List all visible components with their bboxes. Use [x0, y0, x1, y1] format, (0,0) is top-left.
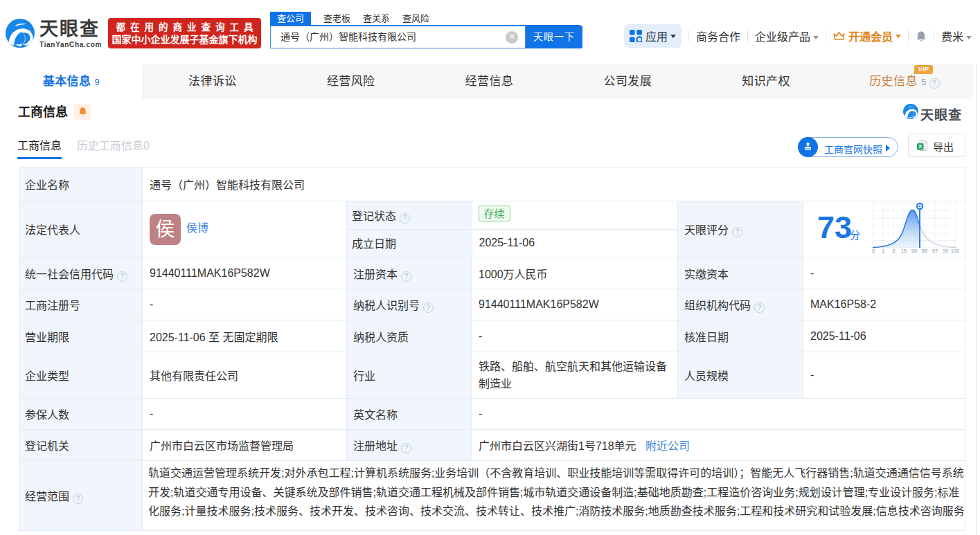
- svg-text:1: 1: [882, 248, 884, 254]
- svg-text:0: 0: [872, 248, 875, 254]
- svg-text:X: X: [918, 143, 923, 149]
- svg-text:15: 15: [901, 248, 907, 254]
- svg-text:85: 85: [922, 248, 927, 254]
- svg-text:100: 100: [951, 248, 960, 254]
- svg-text:50: 50: [911, 248, 917, 254]
- svg-text:99: 99: [943, 248, 948, 254]
- svg-text:3: 3: [892, 248, 895, 254]
- svg-text:97: 97: [932, 248, 938, 254]
